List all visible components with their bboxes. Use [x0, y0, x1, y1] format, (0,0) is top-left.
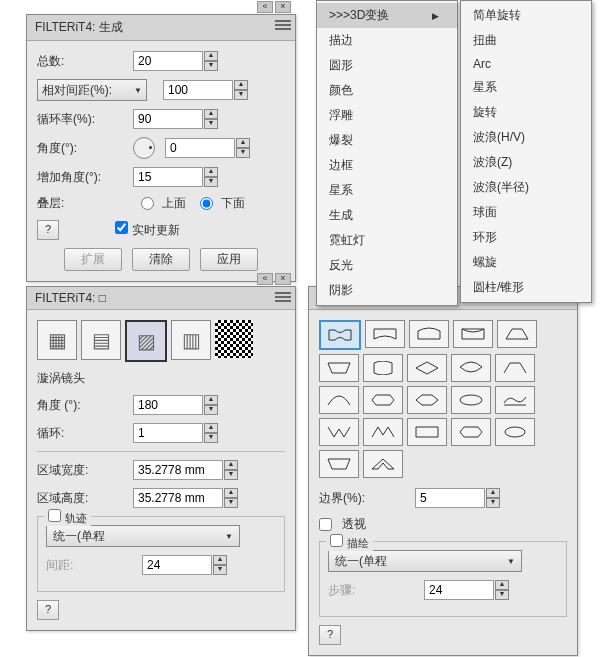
shape-16[interactable] [319, 418, 359, 446]
apply-button[interactable]: 应用 [200, 248, 258, 271]
step-label: 步骤: [328, 582, 418, 599]
uniform-dropdown[interactable]: 统一(单程 [328, 550, 522, 572]
collapse-icon[interactable]: « [257, 1, 273, 13]
menu-item[interactable]: 霓虹灯 [317, 228, 457, 253]
shape-4[interactable] [453, 320, 493, 348]
spin-down[interactable]: ▼ [204, 61, 218, 71]
panel-title: FILTERiT4: □ [27, 287, 295, 310]
cycle-input[interactable] [133, 423, 203, 443]
height-label: 区域高度: [37, 490, 127, 507]
menu-item[interactable]: 旋转 [461, 100, 591, 125]
vortex-label: 漩涡镜头 [37, 370, 285, 387]
track-checkbox[interactable] [48, 509, 61, 522]
perspective-checkbox[interactable] [319, 518, 332, 531]
menu-item[interactable]: 浮雕 [317, 103, 457, 128]
shape-21[interactable] [319, 450, 359, 478]
qr-icon [215, 320, 253, 358]
height-input[interactable] [133, 488, 223, 508]
total-label: 总数: [37, 53, 127, 70]
menu-item[interactable]: Arc [461, 53, 591, 75]
menu-item[interactable]: 简单旋转 [461, 3, 591, 28]
menu-item[interactable]: 螺旋 [461, 250, 591, 275]
shape-1[interactable] [319, 320, 361, 350]
menu-item[interactable]: 球面 [461, 200, 591, 225]
menu-item[interactable]: 颜色 [317, 78, 457, 103]
shape-5[interactable] [497, 320, 537, 348]
above-radio[interactable] [141, 197, 154, 210]
step-input[interactable] [424, 580, 494, 600]
cycle-input[interactable] [133, 109, 203, 129]
below-radio[interactable] [200, 197, 213, 210]
close-icon[interactable]: × [275, 273, 291, 285]
realtime-checkbox[interactable] [115, 221, 128, 234]
menu-item[interactable]: 反光 [317, 253, 457, 278]
spacing-input[interactable] [163, 80, 233, 100]
spacing-input[interactable] [142, 555, 212, 575]
menu-item[interactable]: 波浪(H/V) [461, 125, 591, 150]
shape-13[interactable] [407, 386, 447, 414]
shape-6[interactable] [319, 354, 359, 382]
menu-item[interactable]: 波浪(半径) [461, 175, 591, 200]
menu-item[interactable]: 边框 [317, 153, 457, 178]
menu-item[interactable]: 星系 [317, 178, 457, 203]
help-button[interactable]: ? [319, 625, 341, 645]
angle-label: 角度(°): [37, 140, 127, 157]
lens-2[interactable]: ▤ [81, 320, 121, 360]
incr-label: 增加角度(°): [37, 169, 127, 186]
panel-menu-icon[interactable] [275, 290, 291, 304]
panel-menu-icon[interactable] [275, 18, 291, 32]
angle-input[interactable] [165, 138, 235, 158]
shape-9[interactable] [451, 354, 491, 382]
lens-3[interactable]: ▨ [125, 320, 167, 362]
spacing-label: 间距: [46, 557, 136, 574]
help-button[interactable]: ? [37, 600, 59, 620]
svg-point-0 [460, 395, 482, 405]
angle-label: 角度 (°): [37, 397, 127, 414]
total-input[interactable] [133, 51, 203, 71]
menu-item[interactable]: 圆形 [317, 53, 457, 78]
spin-up[interactable]: ▲ [204, 51, 218, 61]
shape-10[interactable] [495, 354, 535, 382]
width-input[interactable] [133, 460, 223, 480]
help-button[interactable]: ? [37, 220, 59, 240]
menu-item[interactable]: 爆裂 [317, 128, 457, 153]
menu-item[interactable]: 环形 [461, 225, 591, 250]
clear-button[interactable]: 清除 [132, 248, 190, 271]
spacing-dropdown[interactable]: 相对间距(%): [37, 79, 147, 101]
close-icon[interactable]: × [275, 1, 291, 13]
shape-20[interactable] [495, 418, 535, 446]
shape-15[interactable] [495, 386, 535, 414]
collapse-icon[interactable]: « [257, 273, 273, 285]
menu-item[interactable]: 圆柱/锥形 [461, 275, 591, 300]
menu-item[interactable]: >>>3D变换▶ [317, 3, 457, 28]
shape-18[interactable] [407, 418, 447, 446]
uniform-dropdown[interactable]: 统一(单程 [46, 525, 240, 547]
cycle-label: 循环率(%): [37, 111, 127, 128]
border-input[interactable] [415, 488, 485, 508]
lens-4[interactable]: ▥ [171, 320, 211, 360]
lens-1[interactable]: ▦ [37, 320, 77, 360]
angle-dial[interactable] [133, 137, 155, 159]
menu-item[interactable]: 阴影 [317, 278, 457, 303]
shape-17[interactable] [363, 418, 403, 446]
menu-item[interactable]: 生成 [317, 203, 457, 228]
menu-item[interactable]: 星系 [461, 75, 591, 100]
shape-7[interactable] [363, 354, 403, 382]
shape-14[interactable] [451, 386, 491, 414]
shape-8[interactable] [407, 354, 447, 382]
angle-input[interactable] [133, 395, 203, 415]
shape-22[interactable] [363, 450, 403, 478]
shape-3[interactable] [409, 320, 449, 348]
cycle-label: 循环: [37, 425, 127, 442]
expand-button[interactable]: 扩展 [64, 248, 122, 271]
shape-19[interactable] [451, 418, 491, 446]
width-label: 区域宽度: [37, 462, 127, 479]
shape-11[interactable] [319, 386, 359, 414]
menu-item[interactable]: 扭曲 [461, 28, 591, 53]
draw-checkbox[interactable] [330, 534, 343, 547]
shape-12[interactable] [363, 386, 403, 414]
menu-item[interactable]: 波浪(Z) [461, 150, 591, 175]
menu-item[interactable]: 描边 [317, 28, 457, 53]
shape-2[interactable] [365, 320, 405, 348]
incr-input[interactable] [133, 167, 203, 187]
